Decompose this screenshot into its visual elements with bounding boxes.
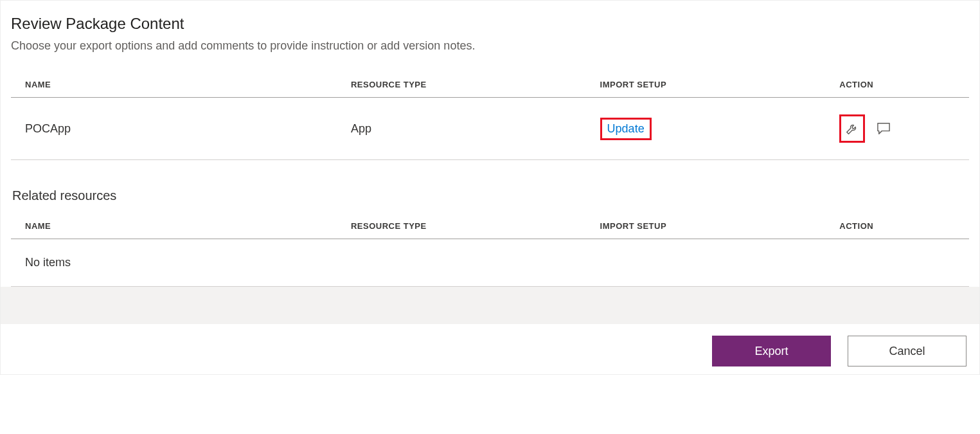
col-action: ACTION — [825, 213, 969, 239]
review-package-panel: Review Package Content Choose your expor… — [0, 0, 980, 375]
table-row: POCApp App Update — [11, 98, 969, 160]
related-resources-heading: Related resources — [12, 188, 969, 203]
button-row: Export Cancel — [11, 324, 969, 374]
col-resource-type: RESOURCE TYPE — [337, 213, 586, 239]
wrench-icon[interactable] — [839, 114, 865, 143]
col-action: ACTION — [825, 72, 969, 98]
cell-resource-type: App — [337, 98, 586, 160]
footer-spacer — [1, 287, 979, 324]
panel-title: Review Package Content — [11, 15, 969, 33]
empty-text: No items — [11, 239, 969, 287]
col-name: NAME — [11, 213, 337, 239]
export-button[interactable]: Export — [712, 336, 831, 366]
import-setup-link[interactable]: Update — [600, 118, 652, 140]
comment-icon[interactable] — [874, 119, 893, 138]
col-import-setup: IMPORT SETUP — [586, 213, 826, 239]
col-name: NAME — [11, 72, 337, 98]
cancel-button[interactable]: Cancel — [848, 336, 967, 366]
cell-name: POCApp — [11, 98, 337, 160]
row-actions — [839, 114, 955, 143]
empty-row: No items — [11, 239, 969, 287]
related-resources-table: NAME RESOURCE TYPE IMPORT SETUP ACTION N… — [11, 213, 969, 287]
col-resource-type: RESOURCE TYPE — [337, 72, 586, 98]
package-table-header-row: NAME RESOURCE TYPE IMPORT SETUP ACTION — [11, 72, 969, 98]
panel-subtitle: Choose your export options and add comme… — [11, 39, 969, 53]
cell-action — [825, 98, 969, 160]
cell-import-setup: Update — [586, 98, 826, 160]
col-import-setup: IMPORT SETUP — [586, 72, 826, 98]
package-table: NAME RESOURCE TYPE IMPORT SETUP ACTION P… — [11, 72, 969, 160]
related-table-header-row: NAME RESOURCE TYPE IMPORT SETUP ACTION — [11, 213, 969, 239]
